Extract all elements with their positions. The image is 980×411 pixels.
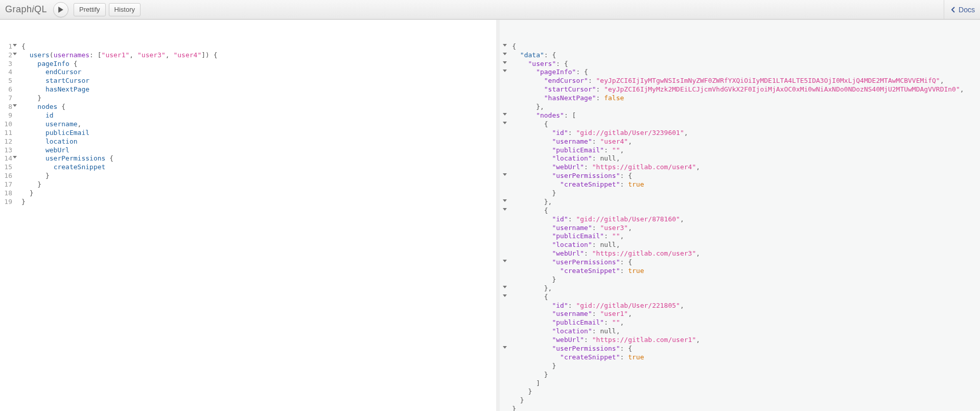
fold-toggle-icon[interactable] xyxy=(13,53,17,55)
line-number xyxy=(501,318,506,327)
main: 12345678910111213141516171819 { users(us… xyxy=(0,19,980,411)
code-line: } xyxy=(21,198,218,207)
code-line: }, xyxy=(512,103,964,111)
code-line: userPermissions { xyxy=(21,154,218,163)
line-number: 16 xyxy=(0,172,12,180)
line-number xyxy=(501,267,506,276)
line-number xyxy=(501,258,506,267)
fold-toggle-icon[interactable] xyxy=(503,260,507,262)
line-number: 2 xyxy=(0,51,12,60)
code-line: "id": "gid://gitlab/User/878160", xyxy=(512,215,964,224)
line-number xyxy=(501,146,506,155)
code-line: "webUrl": "https://gitlab.com/user1", xyxy=(512,336,964,345)
code-line: "pageInfo": { xyxy=(512,68,964,77)
docs-label: Docs xyxy=(959,6,975,14)
fold-toggle-icon[interactable] xyxy=(503,199,507,202)
fold-toggle-icon[interactable] xyxy=(13,104,17,107)
docs-button[interactable]: Docs xyxy=(944,0,975,19)
result-viewer[interactable]: { "data": { "users": { "pageInfo": { "en… xyxy=(500,20,980,411)
code-line: } xyxy=(512,276,964,284)
code-line: "publicEmail": "", xyxy=(512,146,964,155)
code-line: "location": null, xyxy=(512,241,964,249)
line-number: 4 xyxy=(0,68,12,77)
query-code[interactable]: { users(usernames: ["user1", "user3", "u… xyxy=(15,42,228,207)
fold-toggle-icon[interactable] xyxy=(503,294,507,297)
fold-toggle-icon[interactable] xyxy=(503,53,507,55)
code-line: endCursor xyxy=(21,68,218,77)
line-number xyxy=(501,85,506,94)
fold-toggle-icon[interactable] xyxy=(503,346,507,349)
line-number xyxy=(501,163,506,172)
play-icon xyxy=(58,7,64,13)
code-line: } xyxy=(21,94,218,103)
fold-toggle-icon[interactable] xyxy=(503,44,507,47)
code-line: users(usernames: ["user1", "user3", "use… xyxy=(21,51,218,60)
line-number xyxy=(501,189,506,198)
app-title-suffix: QL xyxy=(34,4,47,14)
history-button[interactable]: History xyxy=(109,3,141,16)
fold-toggle-icon[interactable] xyxy=(503,70,507,72)
code-line: } xyxy=(512,371,964,379)
chevron-left-icon xyxy=(951,7,955,13)
line-number xyxy=(501,172,506,180)
code-line: "createSnippet": true xyxy=(512,353,964,362)
line-number xyxy=(501,249,506,258)
fold-toggle-icon[interactable] xyxy=(503,113,507,116)
code-line: "publicEmail": "", xyxy=(512,318,964,327)
line-number: 1 xyxy=(0,42,12,51)
fold-toggle-icon[interactable] xyxy=(503,61,507,64)
code-line: "location": null, xyxy=(512,154,964,163)
code-line: } xyxy=(512,362,964,371)
code-line: startCursor xyxy=(21,77,218,85)
line-number xyxy=(501,310,506,318)
line-number xyxy=(501,42,506,51)
code-line: "hasNextPage": false xyxy=(512,94,964,103)
line-number xyxy=(501,327,506,336)
line-number: 19 xyxy=(0,198,12,207)
execute-button[interactable] xyxy=(53,2,68,17)
line-number xyxy=(501,276,506,284)
code-line: publicEmail xyxy=(21,129,218,138)
code-line: pageInfo { xyxy=(21,60,218,68)
fold-toggle-icon[interactable] xyxy=(503,208,507,211)
code-line: "username": "user4", xyxy=(512,138,964,146)
line-number xyxy=(501,405,506,411)
line-number xyxy=(501,336,506,345)
query-line-gutter: 12345678910111213141516171819 xyxy=(0,42,15,207)
line-number: 9 xyxy=(0,111,12,120)
fold-toggle-icon[interactable] xyxy=(503,286,507,288)
line-number: 3 xyxy=(0,60,12,68)
line-number: 7 xyxy=(0,94,12,103)
code-line: "users": { xyxy=(512,60,964,68)
line-number xyxy=(501,51,506,60)
fold-toggle-icon[interactable] xyxy=(503,122,507,124)
line-number xyxy=(501,77,506,85)
query-editor[interactable]: 12345678910111213141516171819 { users(us… xyxy=(0,20,500,411)
line-number xyxy=(501,353,506,362)
code-line: } xyxy=(512,387,964,396)
line-number xyxy=(501,111,506,120)
code-line: id xyxy=(21,111,218,120)
line-number xyxy=(501,232,506,241)
line-number xyxy=(501,362,506,371)
code-line: "location": null, xyxy=(512,327,964,336)
fold-toggle-icon[interactable] xyxy=(13,156,17,158)
line-number xyxy=(501,215,506,224)
line-number xyxy=(501,241,506,249)
line-number xyxy=(501,129,506,138)
line-number: 18 xyxy=(0,189,12,198)
prettify-button[interactable]: Prettify xyxy=(74,3,105,16)
code-line: } xyxy=(21,189,218,198)
fold-toggle-icon[interactable] xyxy=(13,44,17,47)
line-number: 8 xyxy=(0,103,12,111)
code-line: hasNextPage xyxy=(21,85,218,94)
line-number xyxy=(501,224,506,233)
line-number xyxy=(501,198,506,207)
fold-toggle-icon[interactable] xyxy=(503,173,507,176)
code-line: "userPermissions": { xyxy=(512,172,964,180)
code-line: "createSnippet": true xyxy=(512,180,964,189)
toolbar: GraphiQL Prettify History Docs xyxy=(0,0,980,19)
line-number xyxy=(501,293,506,302)
line-number xyxy=(501,396,506,405)
code-line: nodes { xyxy=(21,103,218,111)
